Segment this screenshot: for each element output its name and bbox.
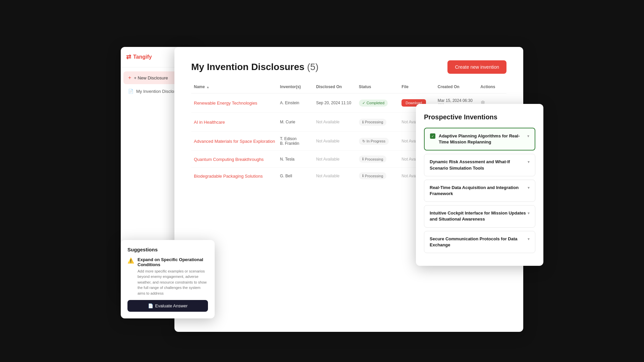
app-logo: ⇄ Tangify [126,53,152,61]
col-name: Name ▲ [194,84,277,89]
cell-disclosed-on: Not Available [316,174,356,178]
check-icon: ✓ [362,101,365,105]
invention-label: Dynamic Risk Assessment and What-If Scen… [430,159,528,171]
check-icon: ✓ [430,133,435,139]
invention-item-content: Intuitive Cockpit Interface for Mission … [430,210,528,222]
col-created-on: Created On [438,84,478,89]
disclosure-link[interactable]: Renewable Energy Technologies [194,101,257,106]
disclosure-link[interactable]: Biodegradable Packaging Solutions [194,174,263,179]
cell-status: ✓ Completed [359,100,399,107]
app-name: Tangify [133,54,152,60]
invention-item-content: Dynamic Risk Assessment and What-If Scen… [430,159,528,171]
plus-icon: + [128,75,131,81]
status-badge: ℹ Processing [359,172,386,179]
col-status: Status [359,84,399,89]
invention-item[interactable]: Secure Communication Protocols for Data … [424,231,535,253]
invention-label: Adaptive Planning Algorithms for Real-Ti… [439,133,527,145]
sort-arrow-icon: ▲ [206,85,210,89]
document-icon: 📄 [148,303,153,308]
invention-item[interactable]: Real-Time Data Acquisition and Integrati… [424,180,535,202]
cell-status: ℹ Processing [359,119,399,126]
disclosure-link[interactable]: Advanced Materials for Space Exploration [194,139,275,144]
invention-item[interactable]: Dynamic Risk Assessment and What-If Scen… [424,154,535,176]
prospective-title: Prospective Inventions [424,113,535,121]
invention-item-content: ✓ Adaptive Planning Algorithms for Real-… [430,133,527,145]
document-icon: 📄 [128,89,133,94]
create-new-invention-button[interactable]: Create new invention [447,60,506,74]
invention-label: Intuitive Cockpit Interface for Mission … [430,210,528,222]
cell-inventor: M. Curie [280,120,314,124]
disclosure-count: (5) [307,62,318,72]
invention-item[interactable]: ✓ Adaptive Planning Algorithms for Real-… [424,128,535,150]
cell-name: Renewable Energy Technologies [194,100,277,106]
info-icon: ℹ [362,157,364,161]
cell-name: Biodegradable Packaging Solutions [194,173,277,179]
suggestions-title: Suggestions [127,247,208,252]
cell-disclosed-on: Not Available [316,120,356,124]
cell-name: Quantum Computing Breakthroughs [194,156,277,162]
suggestions-panel: Suggestions ⚠️ Expand on Specific Operat… [121,240,215,319]
suggestion-text: Add more specific examples or scenarios … [138,268,208,296]
col-file: File [401,84,435,89]
suggestion-heading: Expand on Specific Operational Condition… [138,257,208,267]
cell-disclosed-on: Not Available [316,157,356,162]
cell-disclosed-on: Not Available [316,139,356,143]
col-inventors: Inventor(s) [280,84,314,89]
chevron-down-icon: ▾ [528,160,530,164]
cell-name: Advanced Materials for Space Exploration [194,138,277,144]
invention-item-content: Secure Communication Protocols for Data … [430,236,528,248]
chevron-down-icon: ▾ [528,185,530,190]
table-header: Name ▲ Inventor(s) Disclosed On Status F… [191,84,506,94]
cell-disclosed-on: Sep 20, 2024 11:10 [316,101,356,105]
new-disclosure-label: + New Disclosure [134,75,168,80]
status-badge: ↻ In Progress [359,138,389,145]
cell-name: AI in Healthcare [194,119,277,125]
cell-inventor: N. Tesla [280,157,314,162]
disclosure-link[interactable]: AI in Healthcare [194,120,225,125]
prospective-panel: Prospective Inventions ✓ Adaptive Planni… [416,104,543,266]
cell-inventor: T. EdisonB. Franklin [280,136,314,146]
col-actions: Actions [480,84,504,89]
cell-inventor: A. Einstein [280,101,314,105]
invention-label: Real-Time Data Acquisition and Integrati… [430,185,528,197]
suggestion-content: Expand on Specific Operational Condition… [138,257,208,296]
disclosure-link[interactable]: Quantum Computing Breakthroughs [194,157,264,162]
invention-item[interactable]: Intuitive Cockpit Interface for Mission … [424,205,535,227]
suggestion-item: ⚠️ Expand on Specific Operational Condit… [127,257,208,296]
cell-status: ↻ In Progress [359,138,399,145]
status-badge: ✓ Completed [359,100,388,107]
info-icon: ℹ [362,120,364,124]
chevron-down-icon: ▾ [528,237,530,241]
chevron-down-icon: ▾ [527,134,529,138]
cell-status: ℹ Processing [359,156,399,163]
page-header: My Invention Disclosures (5) Create new … [191,60,506,74]
info-icon: ℹ [362,174,364,178]
col-disclosed-on: Disclosed On [316,84,356,89]
cell-status: ℹ Processing [359,172,399,179]
invention-item-content: Real-Time Data Acquisition and Integrati… [430,185,528,197]
refresh-icon: ↻ [362,139,365,143]
evaluate-answer-button[interactable]: 📄 Evaluate Answer [127,300,208,312]
warning-icon: ⚠️ [127,257,134,296]
chevron-down-icon: ▾ [528,211,530,216]
cell-inventor: G. Bell [280,174,314,178]
status-badge: ℹ Processing [359,156,386,163]
status-badge: ℹ Processing [359,119,386,126]
invention-label: Secure Communication Protocols for Data … [430,236,528,248]
logo-icon: ⇄ [126,53,131,61]
page-title: My Invention Disclosures (5) [191,62,319,72]
